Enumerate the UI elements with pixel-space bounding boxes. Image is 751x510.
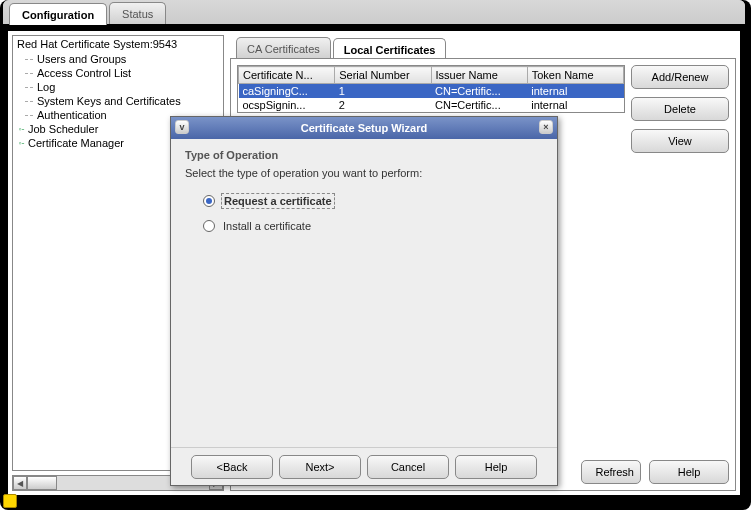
radio-request-label: Request a certificate [221,193,335,209]
top-tab-strip: Configuration Status [3,0,745,26]
dialog-footer: <Back Next> Cancel Help [171,447,557,485]
scroll-thumb[interactable] [27,476,57,490]
tree-item-log[interactable]: Log [25,80,223,94]
certificate-setup-wizard-dialog: v Certificate Setup Wizard × Type of Ope… [170,116,558,486]
help-button[interactable]: Help [649,460,729,484]
radio-install-label: Install a certificate [221,219,313,233]
tree-root-label[interactable]: Red Hat Certificate System:9543 [13,36,223,52]
tab-local-certificates[interactable]: Local Certificates [333,38,447,60]
tab-ca-certificates[interactable]: CA Certificates [236,37,331,59]
dialog-titlebar[interactable]: v Certificate Setup Wizard × [171,117,557,139]
dialog-heading: Type of Operation [185,149,543,161]
dialog-subtext: Select the type of operation you want to… [185,167,543,179]
radio-request-certificate[interactable]: Request a certificate [203,193,543,209]
expand-icon[interactable]: ◦- [17,139,26,148]
view-button[interactable]: View [631,129,729,153]
dialog-title-text: Certificate Setup Wizard [301,122,427,134]
back-button[interactable]: <Back [191,455,273,479]
add-renew-button[interactable]: Add/Renew [631,65,729,89]
col-token[interactable]: Token Name [527,67,623,84]
col-cert-name[interactable]: Certificate N... [239,67,335,84]
tree-item-sys-keys[interactable]: System Keys and Certificates [25,94,223,108]
tab-status[interactable]: Status [109,2,166,24]
table-header-row[interactable]: Certificate N... Serial Number Issuer Na… [239,67,624,84]
sub-tab-strip: CA Certificates Local Certificates [230,35,736,59]
cancel-button[interactable]: Cancel [367,455,449,479]
radio-install-certificate[interactable]: Install a certificate [203,219,543,233]
next-button[interactable]: Next> [279,455,361,479]
col-issuer[interactable]: Issuer Name [431,67,527,84]
tree-item-acl[interactable]: Access Control List [25,66,223,80]
scroll-left-icon[interactable]: ◀ [13,476,27,490]
tab-configuration[interactable]: Configuration [9,3,107,25]
dialog-help-button[interactable]: Help [455,455,537,479]
expand-icon[interactable]: ◦- [17,125,26,134]
delete-button[interactable]: Delete [631,97,729,121]
col-serial[interactable]: Serial Number [335,67,431,84]
radio-icon[interactable] [203,220,215,232]
radio-icon[interactable] [203,195,215,207]
tree-item-users-groups[interactable]: Users and Groups [25,52,223,66]
action-button-group: Add/Renew Delete View [631,65,729,153]
refresh-button[interactable]: Refresh [581,460,641,484]
table-row[interactable]: ocspSignin...2CN=Certific...internal [239,98,624,112]
certificate-table[interactable]: Certificate N... Serial Number Issuer Na… [237,65,625,113]
minimize-icon[interactable]: v [175,120,189,134]
bottom-button-group: Refresh Help [581,460,729,484]
close-icon[interactable]: × [539,120,553,134]
dialog-body: Type of Operation Select the type of ope… [171,139,557,449]
table-row[interactable]: caSigningC...1CN=Certific...internal [239,84,624,99]
lock-icon [3,494,17,508]
